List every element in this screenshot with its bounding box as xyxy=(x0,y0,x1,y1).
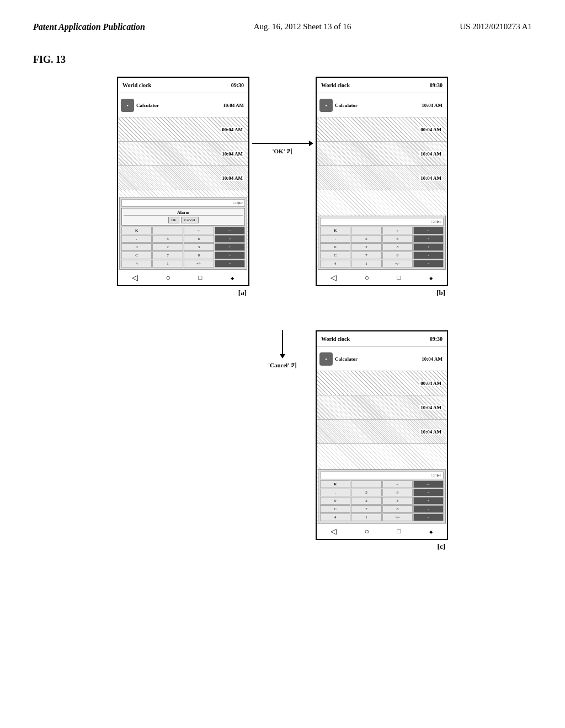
keypad-display-a: 123▶2 xyxy=(121,199,245,207)
nav-apps-c[interactable]: ⬥ xyxy=(429,527,433,536)
ck-3[interactable]: 3 xyxy=(382,497,413,505)
key-0[interactable]: 0 xyxy=(121,243,152,251)
bk-K[interactable]: K xyxy=(320,227,350,234)
key-minus[interactable]: - xyxy=(215,251,245,259)
key-6[interactable]: 6 xyxy=(184,235,214,243)
key-pm[interactable]: +/- xyxy=(184,260,214,267)
key-2[interactable]: 2 xyxy=(152,243,183,251)
key-del[interactable]: ← xyxy=(215,227,245,234)
ck-K[interactable]: K xyxy=(320,480,350,488)
header-right: US 2012/0210273 A1 xyxy=(460,22,532,31)
bk-8[interactable]: 8 xyxy=(382,251,413,259)
ck-div[interactable]: ÷ xyxy=(382,480,413,488)
ck-1[interactable]: 1 xyxy=(351,513,381,521)
page-header: Patent Application Publication Aug. 16, … xyxy=(0,0,565,43)
bk-c[interactable]: C xyxy=(320,251,350,259)
key-mul[interactable]: × xyxy=(215,235,245,243)
key-1[interactable]: 1 xyxy=(152,260,183,267)
ck-2[interactable]: 2 xyxy=(351,497,381,505)
bk-6[interactable]: 6 xyxy=(382,235,413,243)
bk-0[interactable]: 0 xyxy=(320,243,350,251)
bk-plus[interactable]: + xyxy=(413,243,444,251)
key-8[interactable]: 8 xyxy=(184,251,214,259)
bk-pm[interactable]: +/- xyxy=(382,260,413,267)
ck-4[interactable]: 4 xyxy=(320,513,350,521)
dialog-buttons-a: Ok Cancel xyxy=(124,217,243,223)
bk-dot[interactable]: . xyxy=(320,235,350,243)
nav-home-c[interactable]: ○ xyxy=(364,527,369,536)
bk-4[interactable]: 4 xyxy=(320,260,350,267)
key-empty1 xyxy=(152,227,183,234)
key-div[interactable]: ÷ xyxy=(184,227,214,234)
calc-icon-b: ● xyxy=(319,99,333,112)
ck-mul[interactable]: × xyxy=(413,489,444,496)
calc-time-c: 10:04 AM xyxy=(422,356,443,362)
ck-6[interactable]: 6 xyxy=(382,489,413,496)
row3-time-a: 10:04 AM xyxy=(221,151,244,157)
key-c[interactable]: C xyxy=(121,251,152,259)
key-eq[interactable]: = xyxy=(215,260,245,267)
keypad-grid-a: K ÷ ← . 5 6 × 0 2 3 + C 7 8 xyxy=(121,227,245,267)
ck-del[interactable]: ← xyxy=(413,480,444,488)
bk-del[interactable]: ← xyxy=(413,227,444,234)
bk-minus[interactable]: - xyxy=(413,251,444,259)
keypad-grid-c: K ÷ ← . 5 6 × 0 2 3 + C 7 8 xyxy=(320,480,444,521)
cancel-button-a[interactable]: Cancel xyxy=(181,217,198,223)
ck-dot[interactable]: . xyxy=(320,489,350,496)
key-7[interactable]: 7 xyxy=(152,251,183,259)
bk-eq[interactable]: = xyxy=(413,260,444,267)
keypad-display-c: 123▶2 xyxy=(320,472,444,479)
bk-mul[interactable]: × xyxy=(413,235,444,243)
header-left: Patent Application Publication xyxy=(33,22,145,32)
nav-apps-a[interactable]: ⬥ xyxy=(230,274,234,282)
nav-back-a[interactable]: ◁ xyxy=(132,273,138,282)
nav-home-a[interactable]: ○ xyxy=(166,274,170,282)
ck-plus[interactable]: + xyxy=(413,497,444,505)
bk-2[interactable]: 2 xyxy=(351,243,381,251)
nav-menu-c[interactable]: □ xyxy=(397,527,401,536)
bk-3[interactable]: 3 xyxy=(382,243,413,251)
nav-back-b[interactable]: ◁ xyxy=(331,273,337,282)
ck-eq[interactable]: = xyxy=(413,513,444,521)
ck-minus[interactable]: - xyxy=(413,505,444,513)
c-row2-time: 00:04 AM xyxy=(419,381,443,386)
calc-time-b: 10:04 AM xyxy=(422,103,443,108)
ck-0[interactable]: 0 xyxy=(320,497,350,505)
key-dot[interactable]: . xyxy=(121,235,152,243)
bk-div[interactable]: ÷ xyxy=(382,227,413,234)
calculator-icon-a: ● xyxy=(121,99,134,112)
nav-back-c[interactable]: ◁ xyxy=(331,527,337,536)
dialog-a: Alarm Ok Cancel xyxy=(121,208,245,226)
bk-7[interactable]: 7 xyxy=(351,251,381,259)
screen-a-container: World clock 09:30 ● Calculator 10:04 AM … xyxy=(117,77,249,297)
ck-7[interactable]: 7 xyxy=(351,505,381,513)
key-K[interactable]: K xyxy=(121,227,152,234)
nav-menu-a[interactable]: □ xyxy=(198,274,202,282)
ck-5[interactable]: 5 xyxy=(351,489,381,496)
key-5[interactable]: 5 xyxy=(152,235,183,243)
b-row3-time: 10:04 AM xyxy=(419,151,443,157)
ck-8[interactable]: 8 xyxy=(382,505,413,513)
label-c: [c] xyxy=(316,542,448,551)
c-row3-time: 10:04 AM xyxy=(419,405,443,410)
screen-c-container: World clock 09:30 ● Calculator 10:04 AM … xyxy=(316,330,448,551)
ok-label: 'OK' 키 xyxy=(273,147,293,156)
screen-b-container: World clock 09:30 ● Calculator 10:04 AM … xyxy=(316,77,448,297)
key-4[interactable]: 4 xyxy=(121,260,152,267)
status-time-a: 09:30 xyxy=(231,82,244,88)
ok-button-a[interactable]: Ok xyxy=(168,217,180,223)
nav-home-b[interactable]: ○ xyxy=(364,274,369,282)
ck-pm[interactable]: +/- xyxy=(382,513,413,521)
ck-c[interactable]: C xyxy=(320,505,350,513)
cancel-arrow-container: 'Cancel' 키 xyxy=(249,330,316,370)
status-time-b: 09:30 xyxy=(430,82,443,88)
screen-c: World clock 09:30 ● Calculator 10:04 AM … xyxy=(316,330,448,540)
nav-apps-b[interactable]: ⬥ xyxy=(429,274,433,282)
nav-menu-b[interactable]: □ xyxy=(397,274,401,282)
bk-1[interactable]: 1 xyxy=(351,260,381,267)
label-b: [b] xyxy=(316,288,448,297)
key-plus[interactable]: + xyxy=(215,243,245,251)
bk-5[interactable]: 5 xyxy=(351,235,381,243)
key-3[interactable]: 3 xyxy=(184,243,214,251)
world-clock-c: World clock xyxy=(321,336,350,342)
